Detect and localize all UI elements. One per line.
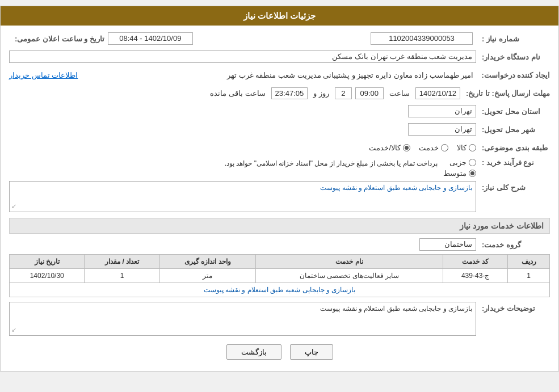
city-label: شهر محل تحویل:	[476, 125, 550, 134]
process-label: نوع فرآیند خرید :	[476, 158, 550, 167]
col-row: ردیف	[508, 255, 550, 269]
province-value: تهران	[408, 105, 476, 117]
city-value: تهران	[408, 123, 476, 136]
category-kala-khedmat-label: کالا/خدمت	[369, 144, 401, 152]
back-button[interactable]: بازگشت	[226, 344, 281, 360]
resize-icon-2: ↙	[11, 326, 16, 334]
col-code: کد خدمت	[443, 255, 508, 269]
cell-date: 1402/10/30	[10, 269, 85, 283]
cell-unit: متر	[159, 269, 256, 283]
category-kala[interactable]: کالا	[457, 144, 476, 152]
deadline-time-label: ساعت	[387, 89, 412, 98]
province-label: استان محل تحویل:	[476, 107, 550, 116]
category-khedmat[interactable]: خدمت	[419, 144, 448, 152]
need-desc-label: شرح کلی نیاز:	[476, 181, 550, 192]
deadline-date: 1402/10/12	[415, 87, 460, 99]
resize-icon: ↙	[11, 203, 16, 210]
deadline-days-label: روز و	[311, 89, 331, 98]
process-jozi-label: جزیی	[449, 158, 466, 167]
deadline-remaining-label: ساعت باقی مانده	[208, 89, 267, 98]
group-service-label: گروه خدمت:	[476, 241, 550, 249]
need-desc-value: بازسازی و جابجایی شعبه طبق استعلام و نقش…	[9, 181, 476, 212]
action-buttons: چاپ بازگشت	[9, 344, 550, 360]
table-desc-cell: بازسازی و جابجایی شعبه طبق استعلام و نقش…	[10, 283, 550, 297]
process-motavaset[interactable]: متوسط	[443, 169, 476, 178]
process-jozi[interactable]: جزیی	[443, 158, 476, 167]
page-header: جزئیات اطلاعات نیاز	[1, 6, 558, 26]
creator-label: ایجاد کننده درخواست:	[476, 71, 550, 79]
need-number-value: 1102004339000053	[371, 32, 473, 45]
cell-quantity: 1	[85, 269, 159, 283]
category-kala-khedmat[interactable]: کالا/خدمت	[369, 144, 410, 152]
deadline-time: 09:00	[355, 87, 384, 99]
category-options: کالا خدمت کالا/خدمت	[369, 144, 476, 152]
need-number-label: شماره نیاز :	[476, 35, 550, 43]
buyer-org-label: نام دستگاه خریدار:	[476, 53, 550, 61]
col-name: نام خدمت	[256, 255, 443, 269]
buyer-org-value: مدیریت شعب منطقه غرب تهران بانک مسکن	[9, 50, 476, 63]
col-quantity: تعداد / مقدار	[85, 255, 159, 269]
deadline-label: مهلت ارسال پاسخ: تا تاریخ:	[460, 89, 550, 98]
col-date: تاریخ نیاز	[10, 255, 85, 269]
print-button[interactable]: چاپ	[290, 344, 333, 360]
services-table: ردیف کد خدمت نام خدمت واحد اندازه گیری ت…	[9, 254, 550, 297]
announcement-value: 1402/10/09 - 08:44	[108, 32, 193, 45]
deadline-days: 2	[335, 87, 352, 99]
group-service-value: ساختمان	[419, 238, 476, 251]
table-row: 1 ج-43-439 سایر فعالیت‌های تخصصی ساختمان…	[10, 269, 550, 283]
announcement-label: تاریخ و ساعت اعلان عمومی:	[9, 35, 104, 43]
radio-khedmat[interactable]	[441, 144, 448, 151]
cell-row: 1	[508, 269, 550, 283]
col-unit: واحد اندازه گیری	[159, 255, 256, 269]
buyer-desc-label: توضیحات خریدار:	[476, 302, 550, 313]
radio-kala-khedmat[interactable]	[403, 144, 410, 151]
table-row-desc: بازسازی و جابجایی شعبه طبق استعلام و نقش…	[10, 283, 550, 297]
radio-motavaset[interactable]	[469, 170, 476, 177]
buyer-desc-box: بازسازی و جابجایی شعبه طبق استعلام و نقش…	[9, 302, 476, 336]
process-note: پرداخت تمام یا بخشی از مبلغ خریدار از مح…	[9, 158, 438, 167]
process-motavaset-label: متوسط	[443, 169, 466, 178]
radio-jozi[interactable]	[469, 159, 476, 166]
cell-code: ج-43-439	[443, 269, 508, 283]
creator-value: امیر طهماسب زاده معاون دایره تجهیز و پشت…	[81, 70, 476, 81]
creator-contact-link[interactable]: اطلاعات تماس خریدار	[9, 71, 78, 79]
radio-kala[interactable]	[469, 144, 476, 151]
page-title: جزئیات اطلاعات نیاز	[243, 11, 316, 20]
cell-name: سایر فعالیت‌های تخصصی ساختمان	[256, 269, 443, 283]
category-kala-label: کالا	[457, 144, 466, 152]
services-section-title: اطلاعات خدمات مورد نیاز	[9, 218, 550, 234]
category-khedmat-label: خدمت	[419, 144, 439, 152]
category-label: طبقه بندی موضوعی:	[476, 144, 550, 152]
deadline-remaining: 23:47:05	[271, 87, 308, 99]
